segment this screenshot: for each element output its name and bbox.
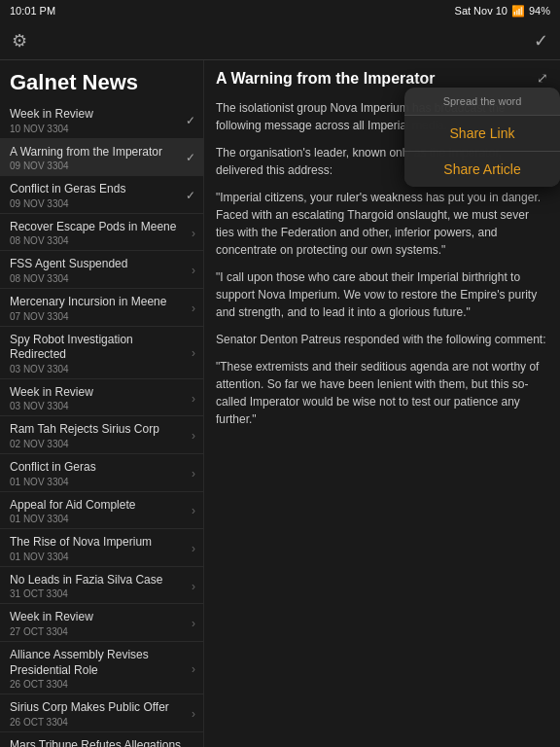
sidebar-item[interactable]: Conflict in Geras01 NOV 3304› bbox=[0, 454, 203, 492]
chevron-right-icon: › bbox=[192, 662, 195, 676]
share-article-button[interactable]: Share Article bbox=[404, 152, 560, 187]
sidebar-item-title: Mercenary Incursion in Meene bbox=[10, 295, 188, 310]
sidebar-item-date: 01 NOV 3304 bbox=[10, 551, 188, 562]
sidebar-item-date: 26 OCT 3304 bbox=[10, 717, 188, 728]
sidebar: Galnet News Week in Review10 NOV 3304✓A … bbox=[0, 60, 204, 747]
sidebar-item-title: Week in Review bbox=[10, 610, 188, 625]
sidebar-item[interactable]: Week in Review03 NOV 3304› bbox=[0, 379, 203, 417]
chevron-right-icon: › bbox=[192, 617, 195, 630]
sidebar-item-title: Week in Review bbox=[10, 385, 188, 401]
sidebar-item[interactable]: Week in Review27 OCT 3304› bbox=[0, 604, 203, 642]
expand-icon[interactable]: ⤢ bbox=[537, 70, 548, 86]
chevron-right-icon: › bbox=[192, 264, 195, 277]
sidebar-item-title: Recover Escape Pods in Meene bbox=[10, 220, 188, 235]
sidebar-list: Week in Review10 NOV 3304✓A Warning from… bbox=[0, 101, 203, 747]
sidebar-item[interactable]: A Warning from the Imperator09 NOV 3304✓ bbox=[0, 139, 203, 177]
sidebar-item-date: 09 NOV 3304 bbox=[10, 198, 182, 209]
sidebar-item-date: 01 NOV 3304 bbox=[10, 477, 188, 487]
chevron-right-icon: › bbox=[192, 392, 195, 406]
chevron-right-icon: › bbox=[192, 580, 195, 593]
sidebar-item-date: 08 NOV 3304 bbox=[10, 235, 188, 246]
sidebar-item-title: Alliance Assembly Revises Presidential R… bbox=[10, 648, 188, 678]
content-paragraph: "These extremists and their seditious ag… bbox=[216, 358, 548, 428]
chevron-right-icon: › bbox=[192, 429, 195, 443]
sidebar-item-date: 07 NOV 3304 bbox=[10, 311, 188, 322]
sidebar-item[interactable]: Appeal for Aid Complete01 NOV 3304› bbox=[0, 492, 203, 530]
status-left: 10:01 PM bbox=[10, 5, 55, 17]
sidebar-item-title: FSS Agent Suspended bbox=[10, 257, 188, 272]
check-icon[interactable]: ✓ bbox=[534, 30, 548, 52]
chevron-right-icon: › bbox=[192, 302, 195, 315]
chevron-right-icon: › bbox=[192, 227, 195, 240]
sidebar-item[interactable]: No Leads in Fazia Silva Case31 OCT 3304› bbox=[0, 567, 203, 605]
checkmark-icon: ✓ bbox=[186, 114, 195, 127]
sidebar-item-title: Conflict in Geras bbox=[10, 460, 188, 476]
chevron-right-icon: › bbox=[192, 504, 195, 517]
chevron-right-icon: › bbox=[192, 467, 195, 480]
sidebar-item-title: A Warning from the Imperator bbox=[10, 145, 182, 160]
sidebar-item-date: 03 NOV 3304 bbox=[10, 364, 188, 374]
sidebar-item[interactable]: Conflict in Geras Ends09 NOV 3304✓ bbox=[0, 176, 203, 214]
sidebar-item[interactable]: Spy Robot Investigation Redirected03 NOV… bbox=[0, 327, 203, 379]
sidebar-item-title: Mars Tribune Refutes Allegations bbox=[10, 738, 188, 747]
status-day: Sat Nov 10 bbox=[455, 5, 508, 17]
sidebar-item-date: 09 NOV 3304 bbox=[10, 160, 182, 171]
sidebar-item[interactable]: The Rise of Nova Imperium01 NOV 3304› bbox=[0, 529, 203, 567]
gear-icon[interactable]: ⚙ bbox=[12, 30, 27, 52]
top-nav: ⚙ ✓ bbox=[0, 21, 560, 60]
share-link-button[interactable]: Share Link bbox=[404, 116, 560, 152]
chevron-right-icon: › bbox=[192, 346, 195, 360]
share-popup: Spread the word Share Link Share Article bbox=[404, 88, 560, 187]
sidebar-item-title: Week in Review bbox=[10, 107, 182, 123]
sidebar-item[interactable]: FSS Agent Suspended08 NOV 3304› bbox=[0, 251, 203, 289]
sidebar-item-title: Sirius Corp Makes Public Offer bbox=[10, 700, 188, 716]
sidebar-item-date: 01 NOV 3304 bbox=[10, 514, 188, 524]
checkmark-icon: ✓ bbox=[186, 189, 195, 202]
sidebar-item-title: Appeal for Aid Complete bbox=[10, 498, 188, 514]
chevron-right-icon: › bbox=[192, 707, 195, 721]
content-paragraph: "Imperial citizens, your ruler's weaknes… bbox=[216, 189, 548, 259]
sidebar-item[interactable]: Week in Review10 NOV 3304✓ bbox=[0, 101, 203, 139]
sidebar-item[interactable]: Ram Tah Rejects Sirius Corp02 NOV 3304› bbox=[0, 416, 203, 454]
wifi-icon: 📶 bbox=[511, 5, 525, 18]
popup-header: Spread the word bbox=[404, 88, 560, 116]
chevron-right-icon: › bbox=[192, 542, 195, 555]
content-paragraph: Senator Denton Patreus responded with th… bbox=[216, 331, 548, 348]
battery-level: 94% bbox=[529, 5, 550, 17]
status-time: 10:01 PM bbox=[10, 5, 55, 17]
sidebar-item[interactable]: Sirius Corp Makes Public Offer26 OCT 330… bbox=[0, 694, 203, 732]
sidebar-title: Galnet News bbox=[0, 60, 203, 101]
content-title: A Warning from the Imperator bbox=[216, 70, 537, 88]
sidebar-item-date: 08 NOV 3304 bbox=[10, 273, 188, 284]
sidebar-item-title: Ram Tah Rejects Sirius Corp bbox=[10, 422, 188, 438]
sidebar-item-date: 10 NOV 3304 bbox=[10, 124, 182, 134]
content-paragraph: "I call upon those who care about their … bbox=[216, 268, 548, 321]
sidebar-item-title: Conflict in Geras Ends bbox=[10, 182, 182, 197]
sidebar-item-date: 02 NOV 3304 bbox=[10, 439, 188, 449]
sidebar-item-date: 27 OCT 3304 bbox=[10, 626, 188, 637]
sidebar-item-title: No Leads in Fazia Silva Case bbox=[10, 573, 188, 588]
sidebar-item[interactable]: Mercenary Incursion in Meene07 NOV 3304› bbox=[0, 289, 203, 327]
sidebar-item[interactable]: Mars Tribune Refutes Allegations25 OCT 3… bbox=[0, 732, 203, 747]
sidebar-item-date: 26 OCT 3304 bbox=[10, 679, 188, 690]
main-area: Galnet News Week in Review10 NOV 3304✓A … bbox=[0, 60, 560, 747]
sidebar-item-date: 03 NOV 3304 bbox=[10, 401, 188, 411]
sidebar-item-title: Spy Robot Investigation Redirected bbox=[10, 333, 188, 363]
checkmark-icon: ✓ bbox=[186, 151, 195, 164]
status-bar: 10:01 PM Sat Nov 10 📶 94% bbox=[0, 0, 560, 21]
sidebar-item[interactable]: Recover Escape Pods in Meene08 NOV 3304› bbox=[0, 214, 203, 252]
status-right: Sat Nov 10 📶 94% bbox=[455, 5, 550, 18]
sidebar-item[interactable]: Alliance Assembly Revises Presidential R… bbox=[0, 642, 203, 694]
sidebar-item-title: The Rise of Nova Imperium bbox=[10, 535, 188, 551]
content-panel: A Warning from the Imperator ⤢ The isola… bbox=[204, 60, 560, 747]
sidebar-item-date: 31 OCT 3304 bbox=[10, 588, 188, 599]
